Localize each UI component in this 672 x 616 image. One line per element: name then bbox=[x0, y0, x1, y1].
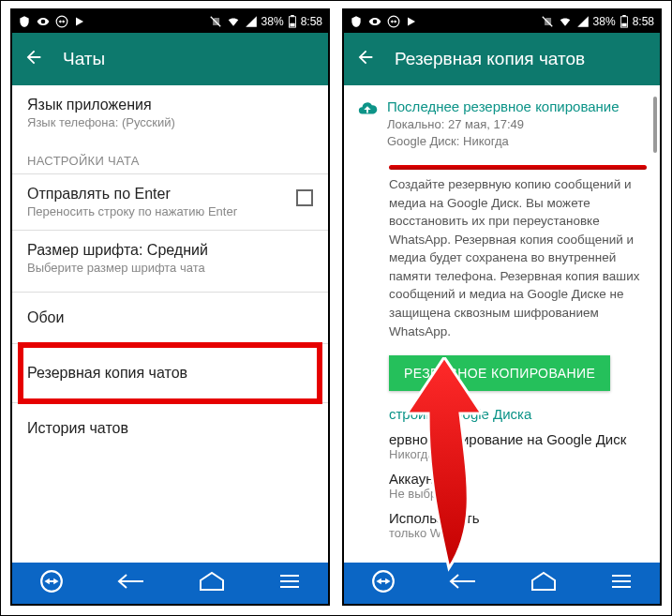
eye-icon bbox=[368, 15, 381, 28]
clock: 8:58 bbox=[633, 15, 654, 28]
battery-pct: 38% bbox=[593, 15, 616, 28]
page-title: Резервная копия чатов bbox=[395, 49, 585, 69]
back-icon[interactable] bbox=[355, 47, 376, 71]
nav-recents-icon[interactable] bbox=[610, 573, 633, 593]
wifi-icon bbox=[226, 15, 241, 28]
chat-settings-header: НАСТРОЙКИ ЧАТА bbox=[12, 141, 328, 173]
gdrive-settings-title: стройки Google Диска bbox=[389, 406, 645, 422]
battery-icon bbox=[620, 15, 629, 28]
phone-right: 38% 8:58 Резервная копия чатов Последнее… bbox=[342, 8, 662, 606]
svg-rect-7 bbox=[622, 15, 626, 17]
back-icon[interactable] bbox=[23, 47, 44, 71]
account-secondary: Не выбрано bbox=[389, 487, 645, 501]
signal-icon bbox=[245, 15, 258, 28]
gdrive-backup-line: Google Диск: Никогда bbox=[387, 134, 620, 148]
font-size-secondary: Выберите размер шрифта чата bbox=[27, 261, 313, 275]
phone-left: 38% 8:58 Чаты Язык приложения Язык телеф… bbox=[10, 8, 330, 606]
svg-rect-2 bbox=[291, 15, 294, 17]
enter-send-secondary: Переносить строку по нажатию Enter bbox=[27, 204, 313, 218]
nav-bar bbox=[12, 563, 328, 604]
enter-send-item[interactable]: Отправлять по Enter Переносить строку по… bbox=[12, 174, 328, 230]
nav-teamviewer-icon[interactable] bbox=[371, 569, 396, 597]
chat-history-item[interactable]: История чатов bbox=[12, 403, 328, 454]
battery-icon bbox=[288, 15, 297, 28]
vpn-icon bbox=[350, 15, 363, 28]
gdrive-settings-section: стройки Google Диска ервное копирование … bbox=[344, 397, 660, 540]
chat-backup-label: Резервная копия чатов bbox=[27, 365, 313, 382]
nav-teamviewer-icon[interactable] bbox=[39, 569, 64, 597]
app-bar: Резервная копия чатов bbox=[344, 33, 660, 85]
font-size-item[interactable]: Размер шрифта: Средний Выберите размер ш… bbox=[12, 231, 328, 286]
use-network-item[interactable]: Использовать только Wi-Fi bbox=[389, 510, 645, 540]
chat-history-label: История чатов bbox=[27, 420, 313, 437]
vpn-icon bbox=[18, 15, 31, 28]
chat-backup-item[interactable]: Резервная копия чатов bbox=[12, 344, 328, 402]
use-primary: Использовать bbox=[389, 510, 645, 526]
status-bar: 38% 8:58 bbox=[344, 10, 660, 33]
wallpaper-item[interactable]: Обои bbox=[12, 293, 328, 343]
nav-recents-icon[interactable] bbox=[278, 573, 301, 593]
gdrive-backup-secondary: Никогда bbox=[389, 447, 645, 461]
app-bar: Чаты bbox=[12, 33, 328, 85]
play-icon bbox=[74, 16, 85, 27]
highlight-underline bbox=[389, 165, 647, 170]
status-bar: 38% 8:58 bbox=[12, 10, 328, 33]
nav-back-icon[interactable] bbox=[449, 571, 477, 595]
local-backup-line: Локально: 27 мая, 17:49 bbox=[387, 117, 620, 131]
clock: 8:58 bbox=[301, 15, 322, 28]
cloud-upload-icon bbox=[357, 98, 378, 148]
battery-pct: 38% bbox=[261, 15, 284, 28]
language-item[interactable]: Язык приложения Язык телефона: (Русский) bbox=[12, 85, 328, 141]
backup-content: Последнее резервное копирование Локально… bbox=[344, 85, 660, 563]
settings-list: Язык приложения Язык телефона: (Русский)… bbox=[12, 85, 328, 563]
gdrive-backup-item[interactable]: ервное копирование на Google Диск Никогд… bbox=[389, 431, 645, 461]
enter-send-checkbox[interactable] bbox=[296, 189, 313, 206]
gdrive-backup-primary: ервное копирование на Google Диск bbox=[389, 431, 645, 447]
teamviewer-icon bbox=[55, 15, 68, 28]
scrollbar[interactable] bbox=[653, 97, 657, 153]
wallpaper-label: Обои bbox=[27, 309, 313, 326]
wifi-icon bbox=[558, 15, 573, 28]
svg-rect-8 bbox=[621, 23, 626, 27]
teamviewer-icon bbox=[387, 15, 400, 28]
account-item[interactable]: Аккаунт Не выбрано bbox=[389, 471, 645, 501]
enter-send-primary: Отправлять по Enter bbox=[27, 186, 313, 203]
no-sim-icon bbox=[209, 15, 222, 28]
nav-home-icon[interactable] bbox=[199, 571, 225, 595]
nav-home-icon[interactable] bbox=[530, 571, 557, 595]
language-secondary: Язык телефона: (Русский) bbox=[27, 115, 313, 129]
font-size-primary: Размер шрифта: Средний bbox=[27, 242, 313, 259]
last-backup-title: Последнее резервное копирование bbox=[387, 98, 620, 114]
play-icon bbox=[406, 16, 417, 27]
signal-icon bbox=[576, 15, 590, 28]
backup-button[interactable]: РЕЗЕРВНОЕ КОПИРОВАНИЕ bbox=[389, 355, 610, 391]
use-secondary: только Wi-Fi bbox=[389, 526, 645, 540]
svg-rect-3 bbox=[290, 23, 294, 27]
eye-icon bbox=[37, 15, 50, 28]
page-title: Чаты bbox=[63, 49, 105, 69]
last-backup-section: Последнее резервное копирование Локально… bbox=[344, 85, 660, 152]
backup-description: Создайте резервную копию сообщений и мед… bbox=[344, 175, 660, 340]
no-sim-icon bbox=[541, 15, 554, 28]
nav-back-icon[interactable] bbox=[117, 571, 145, 595]
nav-bar bbox=[344, 563, 660, 604]
account-primary: Аккаунт bbox=[389, 471, 645, 487]
language-primary: Язык приложения bbox=[27, 97, 313, 113]
